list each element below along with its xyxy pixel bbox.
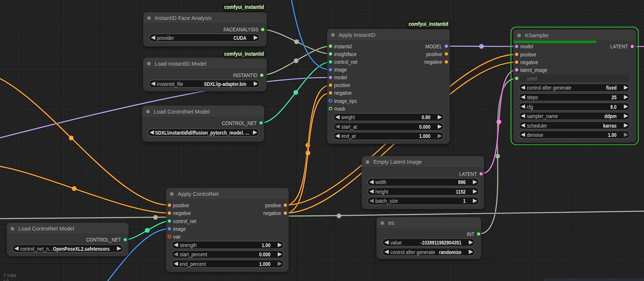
svg-text:KSampler: KSampler bbox=[525, 32, 549, 38]
svg-text:1152: 1152 bbox=[456, 188, 465, 195]
svg-text:Apply InstantID: Apply InstantID bbox=[339, 32, 376, 38]
svg-text:MODEL: MODEL bbox=[426, 43, 442, 49]
svg-text:25: 25 bbox=[612, 94, 617, 100]
svg-text:negative: negative bbox=[424, 59, 442, 65]
svg-text:CONTROL_NET: CONTROL_NET bbox=[222, 120, 257, 126]
svg-text:InstantID Face Analysis: InstantID Face Analysis bbox=[155, 15, 212, 21]
svg-text:CONTROL_NET: CONTROL_NET bbox=[86, 236, 121, 243]
svg-text:LATENT: LATENT bbox=[610, 43, 628, 49]
svg-text:model: model bbox=[520, 43, 533, 49]
svg-text:height: height bbox=[375, 188, 388, 195]
svg-text:positive: positive bbox=[426, 51, 442, 57]
svg-text:batch_size: batch_size bbox=[375, 198, 398, 204]
svg-text:positive: positive bbox=[520, 51, 536, 58]
svg-text:comfyui_instantid: comfyui_instantid bbox=[224, 4, 264, 10]
svg-text:1.000: 1.000 bbox=[419, 133, 430, 139]
svg-text:SDXL\instantid\diffusion_pytor: SDXL\instantid\diffusion_pytorch_model. … bbox=[155, 129, 249, 136]
svg-text:image: image bbox=[173, 226, 186, 232]
svg-text:control_net_n...: control_net_n... bbox=[20, 246, 53, 252]
svg-text:start_percent: start_percent bbox=[180, 251, 207, 257]
svg-text:SDXL\ip-adapter.bin: SDXL\ip-adapter.bin bbox=[204, 81, 246, 87]
svg-text:Apply ControlNet: Apply ControlNet bbox=[178, 191, 219, 197]
svg-text:insightface: insightface bbox=[334, 51, 357, 57]
svg-text:INSTANTID: INSTANTID bbox=[233, 72, 258, 78]
svg-text:image_kps: image_kps bbox=[334, 98, 357, 104]
svg-text:Load ControlNet Model: Load ControlNet Model bbox=[154, 108, 210, 115]
svg-text:comfyui_instantid: comfyui_instantid bbox=[224, 51, 264, 57]
svg-text:instantid_file: instantid_file bbox=[157, 81, 183, 87]
svg-text:positive: positive bbox=[173, 202, 189, 208]
svg-text:8.0: 8.0 bbox=[610, 104, 617, 110]
svg-text:control_net: control_net bbox=[173, 218, 197, 224]
svg-text:strength: strength bbox=[180, 242, 197, 248]
svg-text:sampler_name: sampler_name bbox=[527, 113, 558, 119]
svg-text:1: 1 bbox=[463, 198, 466, 204]
svg-text:steps: steps bbox=[527, 94, 538, 100]
svg-text:T: 0.00s: T: 0.00s bbox=[4, 274, 16, 278]
svg-text:0.000: 0.000 bbox=[259, 251, 270, 257]
svg-text:comfyui_instantid: comfyui_instantid bbox=[409, 21, 448, 27]
svg-text:OpenPoseXL2.safetensors: OpenPoseXL2.safetensors bbox=[53, 246, 110, 252]
svg-text:control after generate: control after generate bbox=[391, 249, 435, 255]
svg-text:control_net: control_net bbox=[334, 59, 358, 65]
svg-text:width: width bbox=[375, 179, 386, 185]
svg-text:Load InstantID Model: Load InstantID Model bbox=[155, 60, 206, 67]
svg-text:model: model bbox=[334, 74, 347, 80]
svg-text:1.00: 1.00 bbox=[608, 132, 617, 138]
svg-text:1.000: 1.000 bbox=[259, 261, 270, 267]
svg-text:fixed: fixed bbox=[606, 84, 616, 91]
svg-text:cfg: cfg bbox=[527, 104, 533, 110]
svg-text:instantid: instantid bbox=[334, 43, 352, 49]
svg-text:Int: Int bbox=[388, 220, 395, 226]
svg-text:provider: provider bbox=[157, 35, 174, 41]
svg-text:end_at: end_at bbox=[342, 133, 356, 139]
svg-text:value: value bbox=[391, 239, 402, 246]
svg-text:positive: positive bbox=[265, 202, 281, 208]
svg-text:negative: negative bbox=[263, 210, 281, 216]
svg-text:negative: negative bbox=[334, 90, 352, 96]
svg-text:CUDA: CUDA bbox=[234, 35, 246, 41]
svg-text:mask: mask bbox=[334, 105, 346, 112]
svg-text:negative: negative bbox=[520, 59, 538, 65]
svg-text:scheduler: scheduler bbox=[527, 122, 547, 129]
svg-text:start_at: start_at bbox=[342, 124, 357, 130]
svg-text:vae: vae bbox=[173, 233, 181, 240]
svg-text:FACEANALYSIS: FACEANALYSIS bbox=[224, 26, 259, 32]
svg-text:0.000: 0.000 bbox=[419, 124, 430, 130]
svg-text:latent_image: latent_image bbox=[520, 67, 547, 73]
svg-text:896: 896 bbox=[458, 179, 465, 185]
svg-text:positive: positive bbox=[334, 82, 350, 88]
svg-text:end_percent: end_percent bbox=[180, 261, 206, 267]
svg-text:weight: weight bbox=[341, 114, 355, 120]
svg-text:I: 0: I: 0 bbox=[4, 279, 9, 281]
svg-text:control after generate: control after generate bbox=[527, 84, 571, 91]
svg-text:seed: seed bbox=[527, 75, 537, 81]
svg-text:ddpm: ddpm bbox=[605, 113, 617, 119]
svg-text:negative: negative bbox=[173, 210, 191, 216]
svg-text:Empty Latent Image: Empty Latent Image bbox=[374, 159, 422, 165]
svg-text:randomize: randomize bbox=[439, 249, 462, 255]
svg-text:-1028911982904351: -1028911982904351 bbox=[420, 239, 462, 246]
svg-text:image: image bbox=[334, 66, 347, 73]
svg-text:1.00: 1.00 bbox=[262, 242, 270, 248]
svg-text:0.80: 0.80 bbox=[422, 114, 431, 120]
svg-text:INT: INT bbox=[467, 231, 475, 237]
svg-text:LATENT: LATENT bbox=[459, 171, 477, 177]
svg-text:Load ControlNet Model: Load ControlNet Model bbox=[18, 225, 74, 232]
svg-text:karras: karras bbox=[603, 122, 617, 129]
svg-text:denoise: denoise bbox=[527, 132, 543, 138]
